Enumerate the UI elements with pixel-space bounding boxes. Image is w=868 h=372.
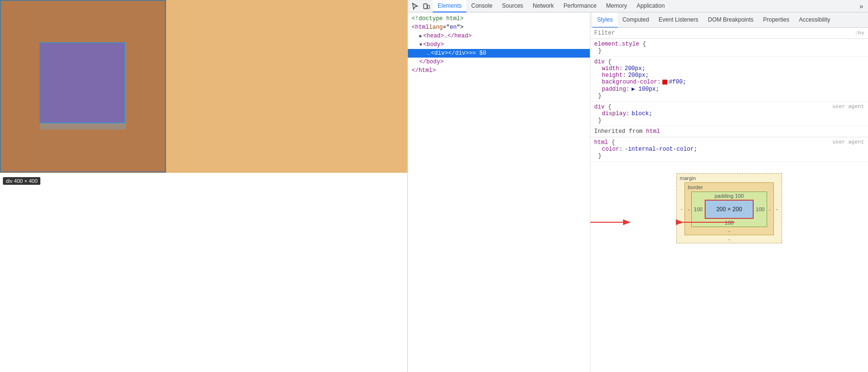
box-padding: padding 100 100	[691, 192, 767, 227]
box-content: 200 × 200	[705, 200, 754, 219]
user-agent-label: user agent	[832, 104, 864, 109]
prop-name-height: height	[602, 72, 623, 79]
styles-tabbar: Styles Computed Event Listeners DOM Brea…	[590, 12, 868, 28]
tab-accessibility[interactable]: Accessibility	[794, 12, 835, 28]
body-open: <	[423, 41, 427, 48]
colon-display: :	[626, 110, 629, 117]
tab-application[interactable]: Application	[632, 0, 670, 12]
tab-computed[interactable]: Computed	[618, 12, 654, 28]
selector-brace-open: {	[643, 41, 646, 48]
box-model-container: margin - border -	[590, 166, 868, 251]
border-label: border	[685, 183, 774, 192]
tree-line-div-selected[interactable]: … <div></div> == $0	[408, 49, 590, 58]
head-ellipsis: …	[444, 33, 447, 39]
border-middle-row: - padding 100	[685, 192, 774, 227]
div-dollar: == $0	[469, 50, 486, 57]
head-closing: </	[447, 33, 454, 39]
tree-line-doctype[interactable]: <!doctype html>	[408, 14, 590, 23]
style-block-div: div { width: 200px; height: 200px; backg…	[590, 57, 868, 102]
html-attr-eq: ="	[443, 24, 450, 31]
div-style-close: }	[594, 93, 864, 99]
tab-properties[interactable]: Properties	[758, 12, 794, 28]
dots-before: …	[427, 51, 430, 56]
prop-name-display: display	[602, 110, 626, 117]
element-style-selector: element.style {	[594, 41, 864, 48]
border-right-dash: -	[769, 206, 771, 212]
prop-display: display: block;	[594, 110, 864, 117]
head-end-name: head	[454, 33, 468, 39]
prop-color: color: -internal-root-color;	[594, 146, 864, 153]
device-toolbar-icon[interactable]	[421, 1, 432, 12]
html-style-close: }	[594, 153, 864, 159]
margin-left-dash: -	[681, 206, 683, 212]
html-end-name: html	[418, 67, 432, 74]
html-tag-name: html	[415, 24, 429, 31]
colon-color: :	[619, 146, 623, 153]
padding-top-val: 100	[735, 193, 744, 199]
tree-line-body-close[interactable]: </body>	[408, 58, 590, 66]
tab-styles[interactable]: Styles	[592, 12, 618, 28]
html-selector-row: html { user agent	[594, 139, 864, 146]
colon-height: :	[623, 72, 626, 79]
svg-rect-1	[428, 5, 429, 9]
html-attr-lang: lang	[429, 24, 443, 31]
html-open-tag: <	[412, 24, 415, 31]
padding-left-val: 100	[692, 206, 704, 212]
colon-bg: :	[657, 79, 660, 85]
body-name: body	[427, 41, 440, 48]
body-closing: </	[419, 59, 426, 65]
tree-line-body[interactable]: ▼ <body>	[408, 40, 590, 49]
prop-name-color: color	[602, 146, 619, 153]
div-self-close: ></	[445, 50, 455, 57]
tab-dom-breakpoints[interactable]: DOM Breakpoints	[703, 12, 758, 28]
body-end-close: >	[440, 59, 443, 65]
tab-console[interactable]: Console	[466, 0, 497, 12]
html-end-close: >	[432, 67, 436, 74]
html-close-quote: ">	[457, 24, 464, 31]
tab-performance[interactable]: Performance	[559, 0, 601, 12]
head-open: <	[423, 33, 427, 39]
tree-line-head[interactable]: ▶ <head>…</head>	[408, 32, 590, 40]
tab-memory[interactable]: Memory	[601, 0, 632, 12]
tab-event-listeners[interactable]: Event Listeners	[654, 12, 703, 28]
div-end-tag-name: div	[455, 50, 465, 57]
margin-label: margin	[677, 174, 782, 182]
prop-val-width: 200px;	[624, 65, 645, 72]
prop-bg-color: background-color: #f00;	[594, 79, 864, 85]
box-model-diagram: margin - border -	[676, 173, 782, 243]
tab-elements[interactable]: Elements	[433, 0, 466, 12]
body-triangle[interactable]: ▼	[419, 42, 422, 48]
div2-brace-open: {	[608, 104, 611, 110]
color-swatch[interactable]	[662, 80, 667, 84]
div-selector-row: div {	[594, 59, 864, 65]
head-close: >	[440, 33, 444, 39]
margin-right-dash: -	[776, 206, 778, 212]
html-selector: html	[594, 139, 608, 146]
prop-name-width: width	[602, 65, 619, 72]
viewport-content	[0, 0, 407, 173]
head-triangle[interactable]: ▶	[419, 33, 422, 39]
div-selector: div	[594, 59, 605, 65]
prop-val-display: block;	[632, 110, 652, 117]
html-tree-panel: <!doctype html> <html lang="en"> ▶ <head…	[408, 12, 590, 372]
padding-right-val: 100	[754, 206, 766, 212]
tab-sources[interactable]: Sources	[497, 0, 528, 12]
inherited-from-text: Inherited from	[594, 128, 643, 135]
tree-line-html[interactable]: <html lang="en">	[408, 23, 590, 32]
div-open-tag: <	[431, 50, 434, 57]
more-tabs-button[interactable]: »	[856, 2, 866, 10]
styles-content: :hv element.style { } div	[590, 28, 868, 372]
inspect-element-icon[interactable]	[410, 1, 420, 12]
filter-input[interactable]	[594, 30, 853, 36]
tab-network[interactable]: Network	[528, 0, 559, 12]
body-end-name: body	[426, 59, 440, 65]
box-margin: margin - border -	[676, 173, 782, 243]
selector-text-element: element.style	[594, 41, 639, 48]
inherited-header: Inherited from html	[590, 126, 868, 137]
tree-line-html-close[interactable]: </html>	[408, 66, 590, 75]
border-left-dash: -	[688, 206, 690, 212]
prop-name-bg: background-color	[602, 79, 657, 85]
head-end-close: >	[468, 33, 472, 39]
prop-height: height: 200px;	[594, 72, 864, 79]
browser-viewport: div 400 × 400	[0, 0, 407, 372]
